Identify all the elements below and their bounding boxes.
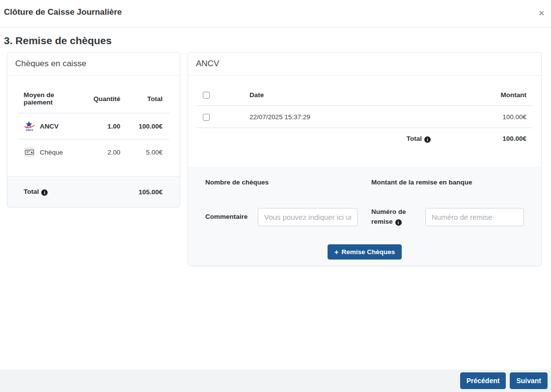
table-row: ANCV ANCV 1.00 100.00€ [18, 113, 169, 139]
payment-method-total: 5.00€ [120, 139, 169, 165]
next-button[interactable]: Suivant [510, 372, 548, 389]
ancv-card-title: ANCV [188, 52, 541, 76]
table-header-row: Date Montant [197, 76, 532, 106]
plus-icon: + [334, 248, 339, 256]
column-header-quantity: Quantité [74, 76, 120, 113]
column-header-method: Moyen de paiement [18, 76, 74, 113]
step-title: 3. Remise de chèques [4, 35, 551, 47]
modal-footer: Précédent Suivant [0, 369, 551, 392]
cheques-en-caisse-card: Chèques en caisse Moyen de paiement Quan… [7, 52, 180, 208]
info-icon: i [41, 189, 48, 196]
bank-deposit-label: Montant de la remise en banque [371, 178, 524, 187]
cheques-en-caisse-title: Chèques en caisse [7, 52, 180, 76]
remise-form: Nombre de chèques Montant de la remise e… [188, 167, 541, 266]
payment-methods-table: Moyen de paiement Quantité Total AN [18, 76, 169, 165]
ancv-card: ANCV Date Montant 22/07/2025 15:37:29 10… [188, 52, 542, 266]
modal-title: Clôture de Caisse Journalière [4, 7, 122, 17]
cheques-total-row: Totali 105.00€ [7, 176, 180, 207]
payment-method-total: 100.00€ [120, 113, 169, 139]
total-row: Totali 100.00€ [197, 128, 532, 150]
column-header-amount: Montant [431, 76, 532, 106]
info-icon: i [395, 219, 402, 226]
deposit-number-input[interactable] [425, 208, 524, 226]
table-row: 22/07/2025 15:37:29 100.00€ [197, 106, 532, 128]
cheque-amount: 100.00€ [431, 106, 532, 128]
info-icon: i [424, 136, 431, 143]
table-row: Chèque 2.00 5.00€ [18, 139, 169, 165]
table-header-row: Moyen de paiement Quantité Total [18, 76, 169, 113]
comment-label: Commentaire [205, 212, 258, 222]
payment-method-quantity: 1.00 [74, 113, 120, 139]
payment-method-name: Chèque [40, 149, 63, 156]
select-all-checkbox[interactable] [203, 92, 210, 99]
column-header-total: Total [120, 76, 169, 113]
cheque-icon [24, 147, 35, 157]
total-value: 105.00€ [138, 188, 163, 196]
total-label: Totali [197, 128, 431, 150]
column-header-date: Date [249, 76, 431, 106]
cards-row: Chèques en caisse Moyen de paiement Quan… [7, 52, 542, 266]
ancv-logo-icon: ANCV [24, 121, 35, 131]
close-icon[interactable]: × [537, 7, 546, 19]
remise-cheques-button[interactable]: + Remise Chèques [328, 244, 402, 260]
row-checkbox[interactable] [203, 114, 210, 121]
total-value: 100.00€ [431, 128, 532, 150]
cheque-count-label: Nombre de chèques [205, 178, 371, 187]
ancv-cheques-table: Date Montant 22/07/2025 15:37:29 100.00€… [197, 76, 532, 150]
previous-button[interactable]: Précédent [460, 372, 506, 389]
payment-method-quantity: 2.00 [74, 139, 120, 165]
total-label: Totali [24, 188, 48, 196]
modal-header: Clôture de Caisse Journalière × [0, 0, 551, 27]
svg-text:ANCV: ANCV [26, 129, 33, 131]
comment-input[interactable] [258, 208, 358, 226]
cheque-date: 22/07/2025 15:37:29 [249, 106, 431, 128]
deposit-number-label: Numéro de remisei [371, 207, 425, 226]
payment-method-name: ANCV [40, 123, 58, 130]
